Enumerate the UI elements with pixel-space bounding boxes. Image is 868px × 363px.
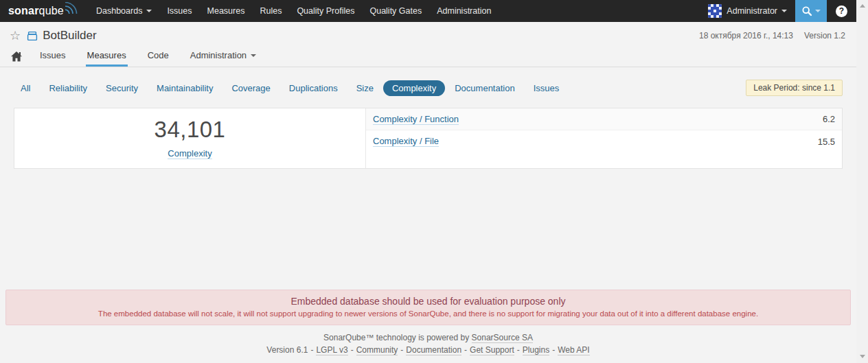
complexity-file-value: 15.5 [818,137,835,147]
complexity-value: 34,101 [155,118,226,141]
logo-text-light: qube [39,5,64,17]
top-navbar: sonarqube Dashboards Issues Measures Rul… [0,0,856,22]
community-link[interactable]: Community [356,345,398,355]
nav-quality-gates[interactable]: Quality Gates [362,0,429,22]
nav-issues[interactable]: Issues [159,0,199,22]
user-name: Administrator [727,6,777,16]
vertical-scrollbar[interactable] [856,0,868,363]
sonarqube-logo[interactable]: sonarqube [0,0,89,22]
table-row: Complexity / Function 6.2 [366,108,842,130]
analysis-date: 18 октября 2016 г., 14:13 [699,31,793,40]
domain-tab-size[interactable]: Size [356,80,374,96]
nav-issues-label: Issues [167,6,192,16]
sonarsource-link[interactable]: SonarSource SA [472,333,533,343]
tab-code-label: Code [148,50,169,60]
nav-measures[interactable]: Measures [200,0,253,22]
domain-tab-all[interactable]: All [21,80,30,96]
footer-separator: - [351,345,354,355]
project-meta: 18 октября 2016 г., 14:13 Version 1.2 [699,31,845,40]
footer-separator: - [552,345,555,355]
project-title-row: BotBuilder 18 октября 2016 г., 14:13 Ver… [10,29,845,43]
measure-domains-row: All Reliability Security Maintainability… [21,80,843,96]
footer-powered-by: SonarQube™ technology is powered by [323,333,471,342]
nav-rules-label: Rules [260,6,282,16]
footer-separator: - [310,345,313,355]
documentation-link[interactable]: Documentation [406,345,461,355]
web-api-link[interactable]: Web API [558,345,589,355]
avatar [708,4,722,18]
domain-tab-duplications[interactable]: Duplications [289,80,338,96]
tab-administration[interactable]: Administration [189,47,258,67]
scroll-down-icon[interactable] [860,355,865,358]
related-measures: Complexity / Function 6.2 Complexity / F… [366,108,842,168]
tab-code[interactable]: Code [146,47,170,67]
footer-separator: - [400,345,403,355]
user-menu[interactable]: Administrator [700,0,795,22]
warning-detail: The embedded database will not scale, it… [17,309,839,318]
footer-version: Version 6.1 [266,345,308,355]
project-version: Version 1.2 [804,31,845,40]
project-header: BotBuilder 18 октября 2016 г., 14:13 Ver… [0,22,856,67]
home-tab[interactable] [10,49,23,67]
domain-tab-documentation[interactable]: Documentation [455,80,514,96]
domain-tab-issues[interactable]: Issues [534,80,560,96]
footer-separator: - [517,345,520,355]
footer-line2: Version 6.1-LGPL v3-Community-Documentat… [0,344,856,356]
complexity-file-link[interactable]: Complexity / File [373,136,439,147]
project-nav: Issues Measures Code Administration [10,47,845,67]
measures-content: All Reliability Security Maintainability… [0,67,856,363]
nav-administration-label: Administration [437,6,491,16]
tab-issues-label: Issues [40,50,66,60]
search-icon [801,5,812,16]
help-icon [836,5,847,17]
domain-tab-complexity[interactable]: Complexity [383,80,445,96]
domain-tab-reliability[interactable]: Reliability [49,80,87,96]
tab-issues[interactable]: Issues [38,47,67,67]
nav-quality-gates-label: Quality Gates [369,6,422,16]
scroll-up-icon[interactable] [860,4,865,8]
complexity-link[interactable]: Complexity [168,148,212,159]
navbar-left: sonarqube Dashboards Issues Measures Rul… [0,0,499,22]
footer-line1: SonarQube™ technology is powered by Sona… [0,331,856,344]
nav-dashboards-label: Dashboards [96,6,142,16]
domain-tab-security[interactable]: Security [106,80,138,96]
footer-separator: - [464,345,467,355]
chevron-down-icon [815,10,821,12]
footer: SonarQube™ technology is powered by Sona… [0,325,856,363]
page: sonarqube Dashboards Issues Measures Rul… [0,0,856,363]
chevron-down-icon [781,10,787,12]
get-support-link[interactable]: Get Support [470,345,514,355]
nav-rules[interactable]: Rules [252,0,289,22]
complexity-function-value: 6.2 [823,114,835,124]
nav-measures-label: Measures [207,6,245,16]
complexity-card: 34,101 Complexity Complexity / Function … [14,108,843,169]
domain-tab-maintainability[interactable]: Maintainability [157,80,213,96]
lgpl-link[interactable]: LGPL v3 [316,345,347,355]
search-button[interactable] [795,0,827,22]
help-button[interactable] [827,0,856,22]
tab-measures-label: Measures [87,50,126,60]
favorite-star-icon[interactable] [10,30,21,42]
plugins-link[interactable]: Plugins [523,345,549,355]
page-title: BotBuilder [43,29,96,43]
nav-quality-profiles[interactable]: Quality Profiles [289,0,362,22]
project-icon [27,30,38,41]
leak-period-badge: Leak Period: since 1.1 [746,80,843,96]
tab-administration-label: Administration [190,50,247,60]
warning-title: Embedded database should be used for eva… [17,296,839,307]
tab-measures[interactable]: Measures [86,47,128,67]
domain-tab-coverage[interactable]: Coverage [231,80,270,96]
chevron-down-icon [251,54,256,57]
home-icon [11,51,22,62]
nav-administration[interactable]: Administration [429,0,499,22]
main-measure: 34,101 Complexity [14,108,366,168]
navbar-right: Administrator [700,0,856,22]
logo-text-bold: sonar [8,5,39,17]
nav-dashboards[interactable]: Dashboards [89,0,159,22]
table-row: Complexity / File 15.5 [366,130,842,152]
complexity-function-link[interactable]: Complexity / Function [373,114,459,125]
chevron-down-icon [146,10,152,12]
logo-waves-icon [65,2,79,14]
nav-quality-profiles-label: Quality Profiles [297,6,354,16]
embedded-db-warning: Embedded database should be used for eva… [5,290,851,325]
